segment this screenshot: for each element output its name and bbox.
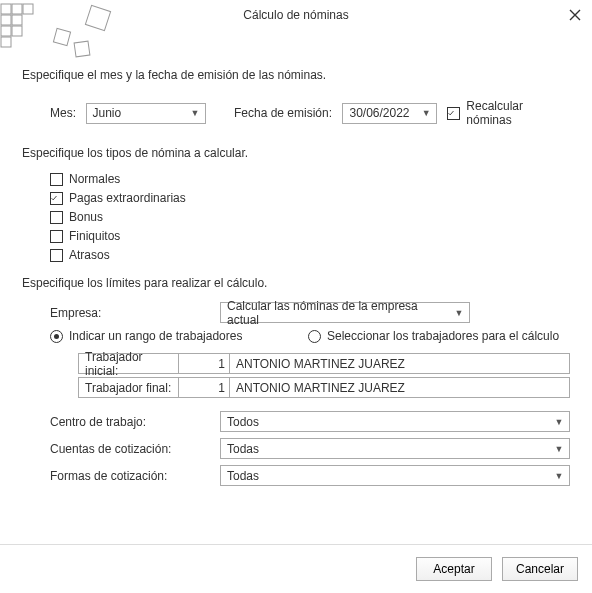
month-select[interactable]: Junio ▼ xyxy=(86,103,206,124)
normales-checkbox[interactable] xyxy=(50,173,63,186)
chevron-down-icon: ▼ xyxy=(551,417,567,427)
bonus-label: Bonus xyxy=(69,210,103,224)
cuentas-combo[interactable]: Todas ▼ xyxy=(220,438,570,459)
emission-label: Fecha de emisión: xyxy=(234,106,343,120)
centro-combo[interactable]: Todos ▼ xyxy=(220,411,570,432)
finiquitos-checkbox[interactable] xyxy=(50,230,63,243)
svg-rect-0 xyxy=(1,4,11,14)
worker-final-label: Trabajador final: xyxy=(78,377,179,398)
cuentas-value: Todas xyxy=(227,442,259,456)
svg-rect-5 xyxy=(1,26,11,36)
svg-rect-10 xyxy=(85,5,110,30)
section2-label: Especifique los tipos de nómina a calcul… xyxy=(22,146,570,160)
range-radio[interactable] xyxy=(50,330,63,343)
centro-label: Centro de trabajo: xyxy=(50,415,220,429)
worker-final-num[interactable]: 1 xyxy=(179,377,230,398)
worker-initial-label: Trabajador inicial: xyxy=(78,353,179,374)
recalc-label: Recalcular nóminas xyxy=(466,99,570,127)
empresa-combo[interactable]: Calcular las nóminas de la empresa actua… xyxy=(220,302,470,323)
extra-checkbox[interactable] xyxy=(50,192,63,205)
range-radio-label: Indicar un rango de trabajadores xyxy=(69,329,242,343)
svg-rect-7 xyxy=(1,37,11,47)
svg-rect-6 xyxy=(12,26,22,36)
close-icon[interactable] xyxy=(566,6,584,24)
svg-rect-2 xyxy=(23,4,33,14)
finiquitos-label: Finiquitos xyxy=(69,229,120,243)
dialog-title: Cálculo de nóminas xyxy=(243,8,348,22)
emission-value: 30/06/2022 xyxy=(349,106,409,120)
chevron-down-icon: ▼ xyxy=(551,471,567,481)
worker-initial-name[interactable]: ANTONIO MARTINEZ JUAREZ xyxy=(230,353,570,374)
svg-rect-1 xyxy=(12,4,22,14)
select-radio-label: Seleccionar los trabajadores para el cál… xyxy=(327,329,559,343)
svg-rect-8 xyxy=(53,28,70,45)
extra-label: Pagas extraordinarias xyxy=(69,191,186,205)
section1-label: Especifique el mes y la fecha de emisión… xyxy=(22,68,570,82)
atrasos-label: Atrasos xyxy=(69,248,110,262)
formas-combo[interactable]: Todas ▼ xyxy=(220,465,570,486)
emission-date-select[interactable]: 30/06/2022 ▼ xyxy=(342,103,437,124)
empresa-label: Empresa: xyxy=(50,306,220,320)
decorative-squares-icon xyxy=(0,2,140,54)
accept-button[interactable]: Aceptar xyxy=(416,557,492,581)
centro-value: Todos xyxy=(227,415,259,429)
chevron-down-icon: ▼ xyxy=(451,308,467,318)
chevron-down-icon: ▼ xyxy=(418,108,434,118)
svg-rect-9 xyxy=(74,41,90,57)
cuentas-label: Cuentas de cotización: xyxy=(50,442,220,456)
chevron-down-icon: ▼ xyxy=(551,444,567,454)
formas-value: Todas xyxy=(227,469,259,483)
svg-rect-3 xyxy=(1,15,11,25)
atrasos-checkbox[interactable] xyxy=(50,249,63,262)
formas-label: Formas de cotización: xyxy=(50,469,220,483)
section3-label: Especifique los límites para realizar el… xyxy=(22,276,570,290)
svg-rect-4 xyxy=(12,15,22,25)
worker-final-name[interactable]: ANTONIO MARTINEZ JUAREZ xyxy=(230,377,570,398)
select-radio[interactable] xyxy=(308,330,321,343)
empresa-value: Calcular las nóminas de la empresa actua… xyxy=(227,299,451,327)
recalc-checkbox[interactable] xyxy=(447,107,460,120)
month-value: Junio xyxy=(93,106,122,120)
bonus-checkbox[interactable] xyxy=(50,211,63,224)
month-label: Mes: xyxy=(50,106,86,120)
cancel-button[interactable]: Cancelar xyxy=(502,557,578,581)
worker-initial-num[interactable]: 1 xyxy=(179,353,230,374)
normales-label: Normales xyxy=(69,172,120,186)
chevron-down-icon: ▼ xyxy=(187,108,203,118)
